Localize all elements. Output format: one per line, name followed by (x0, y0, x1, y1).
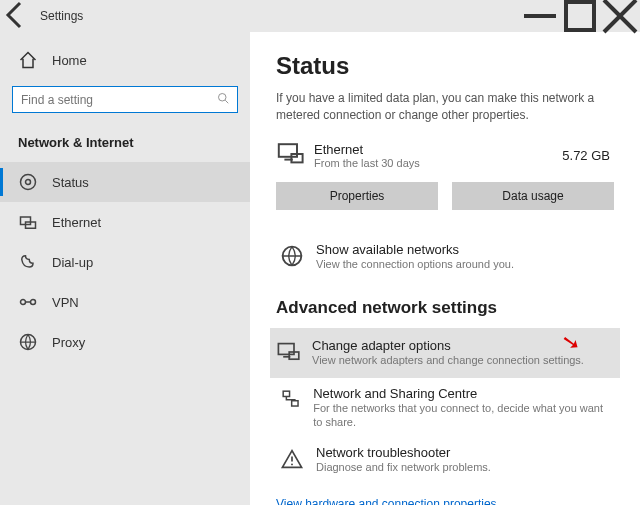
sidebar: Home Network & Internet Status Ethernet … (0, 32, 250, 505)
section-title: Network & Internet (0, 129, 250, 162)
nav-ethernet[interactable]: Ethernet (0, 202, 250, 242)
arrow-left-icon (0, 0, 32, 31)
svg-point-11 (31, 300, 36, 305)
svg-rect-1 (566, 2, 594, 30)
close-button[interactable] (600, 0, 640, 32)
svg-point-6 (21, 175, 36, 190)
vpn-icon (18, 292, 38, 312)
svg-point-4 (219, 94, 227, 102)
connection-sub: From the last 30 days (314, 157, 562, 169)
network-sharing-option[interactable]: Network and Sharing Centre For the netwo… (276, 378, 614, 438)
proxy-icon (18, 332, 38, 352)
data-usage-button[interactable]: Data usage (452, 182, 614, 210)
option-title: Change adapter options (312, 338, 584, 353)
option-sub: Diagnose and fix network problems. (316, 460, 491, 474)
svg-rect-21 (283, 391, 289, 396)
monitor-icon (276, 340, 300, 368)
nav-label: Status (52, 175, 89, 190)
main-content: Status If you have a limited data plan, … (250, 32, 640, 505)
monitor-icon (276, 140, 304, 172)
window-title: Settings (40, 9, 83, 23)
svg-point-24 (291, 464, 293, 466)
change-adapter-option[interactable]: Change adapter options View network adap… (270, 328, 620, 378)
network-icon (280, 388, 301, 413)
maximize-button[interactable] (560, 0, 600, 32)
option-title: Show available networks (316, 242, 514, 257)
nav-label: Proxy (52, 335, 85, 350)
back-button[interactable] (0, 0, 32, 34)
nav-label: VPN (52, 295, 79, 310)
titlebar: Settings (0, 0, 640, 32)
svg-line-5 (225, 100, 228, 103)
page-description: If you have a limited data plan, you can… (276, 90, 614, 124)
nav-label: Ethernet (52, 215, 101, 230)
svg-point-7 (26, 180, 31, 185)
home-label: Home (52, 53, 87, 68)
ethernet-icon (18, 212, 38, 232)
nav-dialup[interactable]: Dial-up (0, 242, 250, 282)
hardware-properties-link[interactable]: View hardware and connection properties (276, 497, 497, 505)
globe-icon (280, 244, 304, 272)
connection-size: 5.72 GB (562, 148, 610, 163)
search-box[interactable] (12, 86, 238, 113)
status-icon (18, 172, 38, 192)
nav-proxy[interactable]: Proxy (0, 322, 250, 362)
svg-rect-22 (292, 400, 298, 405)
properties-button[interactable]: Properties (276, 182, 438, 210)
option-sub: For the networks that you connect to, de… (313, 401, 610, 430)
home-button[interactable]: Home (0, 44, 250, 76)
troubleshooter-option[interactable]: Network troubleshooter Diagnose and fix … (276, 437, 614, 483)
minimize-button[interactable] (520, 0, 560, 32)
connection-row: Ethernet From the last 30 days 5.72 GB (276, 140, 614, 172)
warning-icon (280, 447, 304, 475)
search-input[interactable] (21, 93, 217, 107)
connection-name: Ethernet (314, 142, 562, 157)
option-title: Network and Sharing Centre (313, 386, 610, 401)
home-icon (18, 50, 38, 70)
option-sub: View the connection options around you. (316, 257, 514, 271)
dialup-icon (18, 252, 38, 272)
nav-status[interactable]: Status (0, 162, 250, 202)
show-networks-option[interactable]: Show available networks View the connect… (276, 234, 614, 280)
advanced-heading: Advanced network settings (276, 298, 614, 318)
button-row: Properties Data usage (276, 182, 614, 210)
option-sub: View network adapters and change connect… (312, 353, 584, 367)
nav-label: Dial-up (52, 255, 93, 270)
option-title: Network troubleshooter (316, 445, 491, 460)
nav-vpn[interactable]: VPN (0, 282, 250, 322)
svg-point-10 (21, 300, 26, 305)
window-buttons (520, 0, 640, 32)
search-icon (217, 92, 229, 107)
page-heading: Status (276, 52, 614, 80)
